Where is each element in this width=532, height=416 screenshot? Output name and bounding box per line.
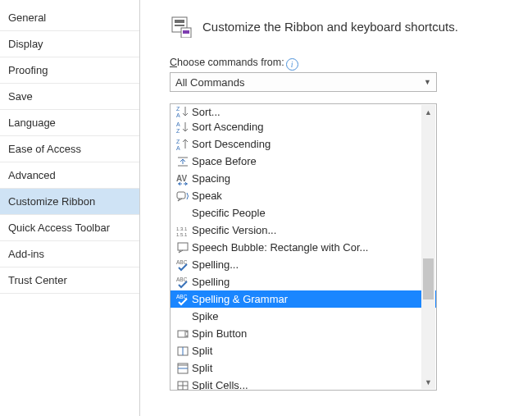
svg-text:ABC: ABC [176, 277, 188, 282]
command-label: Speech Bubble: Rectangle with Cor... [192, 241, 423, 254]
nav-general[interactable]: General [0, 5, 139, 31]
command-item[interactable]: Specific People▶ [171, 204, 436, 222]
scroll-thumb[interactable] [423, 258, 434, 299]
svg-text:ABC: ABC [176, 294, 188, 299]
sort-asc-icon: AZ [174, 121, 192, 134]
space-before-icon [174, 155, 192, 168]
sort-za-icon: ZA [174, 106, 192, 118]
command-label: Spelling... [192, 258, 423, 271]
command-item[interactable]: ABCSpelling... [171, 256, 436, 273]
scrollbar[interactable]: ▲ ▼ [421, 105, 435, 389]
command-label: Spacing [192, 172, 423, 185]
nav-quick-access[interactable]: Quick Access Toolbar [0, 215, 139, 241]
nav-language[interactable]: Language [0, 110, 139, 136]
spin-button-icon [174, 327, 192, 341]
svg-text:Z: Z [176, 106, 180, 112]
command-item[interactable]: ZASort Descending [171, 135, 436, 153]
split-cells-icon [174, 379, 192, 391]
svg-text:AV: AV [176, 174, 187, 183]
svg-text:ABC: ABC [176, 259, 188, 265]
content-pane: Customize the Ribbon and keyboard shortc… [140, 0, 532, 416]
command-label: Split [192, 362, 423, 374]
svg-text:A: A [176, 112, 180, 118]
nav-save[interactable]: Save [0, 84, 139, 110]
svg-rect-2 [175, 25, 184, 26]
svg-text:A: A [176, 145, 180, 151]
scroll-track[interactable] [421, 119, 435, 375]
av-spacing-icon: AV [174, 172, 192, 185]
command-label: Split [192, 345, 423, 357]
svg-rect-12 [177, 192, 185, 199]
scroll-up-button[interactable]: ▲ [421, 105, 435, 119]
command-item[interactable]: Spike [171, 308, 436, 325]
svg-rect-4 [183, 30, 189, 34]
speak-icon [174, 190, 192, 203]
chevron-down-icon: ▼ [424, 78, 431, 86]
svg-text:1.5.1: 1.5.1 [176, 232, 188, 237]
spelling-abc-icon: ABC [174, 276, 192, 289]
version-icon: 1.3.11.5.1 [174, 224, 192, 237]
options-dialog: General Display Proofing Save Language E… [0, 0, 532, 416]
command-item[interactable]: 1.3.11.5.1Specific Version... [171, 222, 436, 239]
spelling-abc-icon: ABC [174, 258, 192, 272]
command-label: Speak [192, 190, 423, 202]
svg-rect-1 [175, 20, 184, 23]
nav-trust-center[interactable]: Trust Center [0, 267, 139, 294]
split-window-icon [174, 362, 192, 375]
split-icon [174, 345, 192, 358]
command-item[interactable]: Split [171, 342, 436, 359]
svg-text:1.3.1: 1.3.1 [176, 226, 188, 231]
command-label: Spelling & Grammar [192, 293, 423, 305]
command-label: Spelling [192, 276, 423, 288]
command-label: Space Before [192, 155, 423, 167]
svg-rect-15 [178, 243, 188, 250]
command-item[interactable]: Space Before [171, 153, 436, 170]
command-item[interactable]: Spin Button [171, 325, 436, 342]
command-item[interactable]: ABCSpelling▶ [171, 273, 436, 290]
nav-advanced[interactable]: Advanced [0, 162, 139, 189]
command-label: Sort... [192, 106, 423, 118]
commands-listbox[interactable]: ZASort...AZSort AscendingZASort Descendi… [170, 103, 437, 391]
command-label: Sort Ascending [192, 121, 423, 133]
nav-display[interactable]: Display [0, 31, 139, 57]
nav-ease-of-access[interactable]: Ease of Access [0, 136, 139, 162]
command-label: Split Cells... [192, 379, 423, 391]
command-item[interactable]: Split Cells... [171, 377, 436, 391]
choose-commands-dropdown[interactable]: All Commands ▼ [170, 72, 437, 92]
page-header: Customize the Ribbon and keyboard shortc… [170, 15, 524, 38]
command-label: Spike [192, 310, 423, 322]
command-label: Specific Version... [192, 224, 423, 236]
commands-listbox-wrap: ZASort...AZSort AscendingZASort Descendi… [170, 103, 437, 391]
command-label: Spin Button [192, 327, 423, 340]
nav-proofing[interactable]: Proofing [0, 57, 139, 84]
nav-customize-ribbon[interactable]: Customize Ribbon [0, 189, 139, 215]
command-item[interactable]: AZSort Ascending [171, 118, 436, 135]
svg-text:A: A [176, 121, 180, 127]
sort-desc-icon: ZA [174, 138, 192, 151]
dropdown-value: All Commands [175, 76, 245, 89]
category-nav: General Display Proofing Save Language E… [0, 0, 140, 416]
nav-addins[interactable]: Add-ins [0, 241, 139, 267]
svg-text:Z: Z [176, 128, 180, 134]
speech-bubble-icon [174, 241, 192, 254]
customize-ribbon-icon [170, 15, 193, 38]
command-item[interactable]: Speech Bubble: Rectangle with Cor... [171, 239, 436, 256]
command-item[interactable]: ZASort... [171, 106, 436, 118]
command-item[interactable]: ABCSpelling & Grammar [171, 290, 436, 308]
command-item[interactable]: Speak [171, 187, 436, 204]
choose-commands-label: Choose commands from: i [170, 57, 298, 69]
command-item[interactable]: Split [171, 359, 436, 377]
svg-text:Z: Z [176, 139, 180, 144]
command-item[interactable]: AVSpacing▶ [171, 170, 436, 187]
scroll-down-button[interactable]: ▼ [421, 375, 435, 389]
command-label: Specific People [192, 207, 423, 219]
page-title: Customize the Ribbon and keyboard shortc… [202, 20, 458, 34]
info-icon[interactable]: i [286, 58, 298, 71]
command-label: Sort Descending [192, 138, 423, 150]
spelling-sel-icon: ABC [174, 293, 192, 306]
